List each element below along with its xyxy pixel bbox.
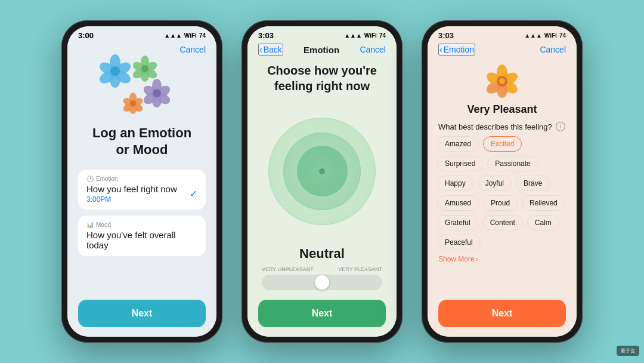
- phone-1: 3:00 ▲▲▲ WiFi 74 Cancel: [61, 20, 222, 343]
- dial-outer-ring: [268, 118, 376, 225]
- svg-point-35: [499, 78, 505, 84]
- emotion-card[interactable]: 🕐 Emotion How you feel right now 3:00PM …: [78, 170, 206, 210]
- chevron-left-icon-3: ‹: [439, 45, 442, 54]
- nav-title-2: Emotion: [304, 45, 339, 55]
- mood-value: How you've felt overall today: [86, 230, 197, 250]
- tag-surprised[interactable]: Surprised: [437, 156, 483, 171]
- dial-inner-ring: [297, 146, 348, 196]
- tag-peaceful[interactable]: Peaceful: [437, 235, 481, 250]
- signal-icon-1: ▲▲▲: [164, 32, 182, 39]
- status-time-1: 3:00: [78, 31, 94, 40]
- tag-passionate[interactable]: Passionate: [487, 156, 538, 171]
- next-button-2[interactable]: Next: [258, 300, 386, 327]
- emotion-time: 3:00PM: [86, 195, 177, 204]
- status-icons-3: ▲▲▲ WiFi 74: [524, 32, 566, 39]
- clock-icon: 🕐: [86, 176, 94, 182]
- tag-amused[interactable]: Amused: [437, 195, 479, 211]
- choose-feeling-heading: Choose how you're feeling right now: [247, 59, 397, 102]
- wifi-icon-1: WiFi: [184, 32, 197, 39]
- nav-3: ‹ Emotion Cancel: [428, 42, 577, 59]
- show-more-button[interactable]: Show More ›: [428, 250, 577, 268]
- svg-point-27: [130, 100, 136, 106]
- hero-flowers: [67, 59, 216, 125]
- emotion-tags: AmazedExcitedSurprisedPassionateHappyJoy…: [428, 136, 577, 250]
- screen-1: Cancel: [67, 42, 216, 337]
- status-icons-2: ▲▲▲ WiFi 74: [344, 32, 386, 39]
- emotion-label: 🕐 Emotion: [86, 176, 197, 182]
- slider-labels: Very Unpleasant Very Pleasant: [262, 266, 382, 272]
- mood-icon: 📊: [86, 222, 94, 228]
- mood-flower: [428, 59, 577, 102]
- tag-amazed[interactable]: Amazed: [437, 136, 479, 152]
- screen-3: ‹ Emotion Cancel Very Pleasant: [428, 42, 577, 337]
- status-time-3: 3:03: [438, 31, 454, 40]
- wifi-icon-2: WiFi: [364, 32, 377, 39]
- mood-level-label: Very Pleasant: [428, 102, 577, 122]
- slider-label-left: Very Unpleasant: [262, 266, 314, 272]
- tag-brave[interactable]: Brave: [516, 176, 550, 191]
- chevron-right-icon: ›: [476, 255, 478, 263]
- back-button-3[interactable]: ‹ Emotion: [438, 44, 475, 56]
- cancel-button-3[interactable]: Cancel: [540, 45, 566, 54]
- slider-label-right: Very Pleasant: [338, 266, 382, 272]
- svg-point-13: [141, 65, 148, 72]
- check-icon: ✓: [190, 188, 197, 199]
- signal-icon-3: ▲▲▲: [524, 32, 542, 39]
- tag-proud[interactable]: Proud: [483, 195, 518, 211]
- phone-2: 3:03 ▲▲▲ WiFi 74 ‹ Back Emotion Cancel C…: [242, 20, 402, 343]
- svg-point-6: [110, 66, 120, 76]
- battery-icon-3: 74: [559, 32, 566, 39]
- status-bar-1: 3:00 ▲▲▲ WiFi 74: [67, 26, 216, 42]
- flowers-svg: [103, 60, 181, 126]
- signal-icon-2: ▲▲▲: [344, 32, 362, 39]
- emotion-value: How you feel right now: [86, 184, 177, 194]
- tag-joyful[interactable]: Joyful: [478, 176, 512, 191]
- feeling-question: What best describes this feeling? i: [428, 122, 577, 136]
- slider-thumb[interactable]: [315, 275, 329, 290]
- phone-3: 3:03 ▲▲▲ WiFi 74 ‹ Emotion Cancel: [422, 20, 583, 343]
- cancel-button-2[interactable]: Cancel: [360, 45, 386, 54]
- next-button-3[interactable]: Next: [438, 300, 566, 327]
- battery-icon-1: 74: [199, 32, 206, 39]
- slider-track[interactable]: [262, 275, 382, 290]
- tag-excited[interactable]: Excited: [483, 136, 522, 152]
- next-button-1[interactable]: Next: [78, 300, 206, 327]
- tag-calm[interactable]: Calm: [527, 215, 559, 230]
- nav-1: Cancel: [67, 42, 216, 59]
- orange-flower-svg: [485, 64, 519, 99]
- dial-mid-ring: [283, 133, 361, 210]
- status-bar-3: 3:03 ▲▲▲ WiFi 74: [428, 26, 577, 42]
- mood-label: 📊 Mood: [86, 222, 197, 228]
- status-time-2: 3:03: [258, 31, 274, 40]
- chevron-left-icon: ‹: [259, 45, 262, 54]
- dial-center-dot: [319, 168, 325, 174]
- svg-point-20: [153, 89, 161, 97]
- tag-happy[interactable]: Happy: [437, 176, 473, 191]
- screen-2: ‹ Back Emotion Cancel Choose how you're …: [247, 42, 397, 337]
- tag-grateful[interactable]: Grateful: [437, 215, 478, 230]
- mood-card[interactable]: 📊 Mood How you've felt overall today: [78, 216, 206, 256]
- back-button-2[interactable]: ‹ Back: [258, 44, 283, 56]
- log-emotion-title: Log an Emotion or Mood: [67, 125, 216, 170]
- nav-2: ‹ Back Emotion Cancel: [247, 42, 397, 59]
- tag-relieved[interactable]: Relieved: [522, 195, 565, 211]
- emotion-dial[interactable]: [247, 102, 397, 240]
- cancel-button-1[interactable]: Cancel: [179, 45, 206, 54]
- wechat-watermark: 量子位: [617, 346, 639, 356]
- info-icon[interactable]: i: [556, 122, 565, 131]
- battery-icon-2: 74: [379, 32, 386, 39]
- tag-content[interactable]: Content: [482, 215, 523, 230]
- slider-container: Very Unpleasant Very Pleasant: [247, 264, 397, 295]
- status-icons-1: ▲▲▲ WiFi 74: [164, 32, 206, 39]
- wifi-icon-3: WiFi: [544, 32, 557, 39]
- dial-label: Neutral: [247, 240, 397, 264]
- status-bar-2: 3:03 ▲▲▲ WiFi 74: [247, 26, 397, 42]
